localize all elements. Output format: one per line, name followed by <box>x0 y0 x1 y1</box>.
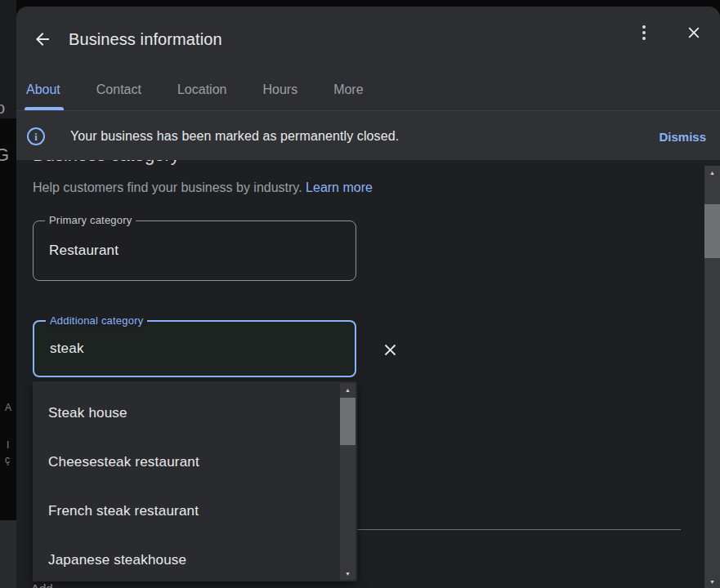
tab-location[interactable]: Location <box>176 79 229 100</box>
clipped-section-heading: Business category <box>33 160 180 165</box>
active-tab-indicator <box>25 107 64 110</box>
scrollable-content: Business category Help customers find yo… <box>16 160 720 588</box>
scroll-up-button[interactable]: ▲ <box>704 166 720 179</box>
scroll-up-icon: ▲ <box>345 387 351 393</box>
suggestion-japanese-steakhouse[interactable]: Japanese steakhouse <box>33 536 357 585</box>
permanently-closed-banner: i Your business has been marked as perma… <box>16 112 720 161</box>
info-icon: i <box>27 127 45 145</box>
scroll-up-icon: ▲ <box>709 170 715 176</box>
additional-category-input[interactable]: Additional category steak <box>33 320 356 377</box>
tab-about[interactable]: About <box>25 79 62 100</box>
content-scrollbar[interactable]: ▲ ▼ <box>704 166 720 588</box>
additional-category-label: Additional category <box>46 314 147 328</box>
dropdown-scrollbar[interactable]: ▲ ▼ <box>340 383 356 580</box>
background-text-fragment: I <box>7 439 9 451</box>
clear-input-button[interactable] <box>377 336 403 363</box>
scroll-up-button[interactable]: ▲ <box>340 383 356 396</box>
tab-hours[interactable]: Hours <box>261 79 299 100</box>
background-text-fragment: G <box>0 145 9 166</box>
suggestion-steak-house[interactable]: Steak house <box>33 389 357 438</box>
tab-bar: About Contact Location Hours More <box>16 69 365 110</box>
kebab-menu-icon <box>642 25 646 29</box>
clear-icon <box>381 341 400 359</box>
category-suggestions-dropdown: Steak house Cheesesteak restaurant Frenc… <box>33 381 357 581</box>
suggestion-french-steak[interactable]: French steak restaurant <box>33 487 357 536</box>
dialog-header: Business information About Contact Locat… <box>16 7 720 111</box>
add-category-button-partial[interactable]: Add <box>31 581 53 588</box>
back-button[interactable] <box>25 21 60 57</box>
scroll-down-icon: ▼ <box>709 579 715 585</box>
dropdown-scrollbar-thumb[interactable] <box>340 398 356 445</box>
additional-category-value: steak <box>34 341 84 357</box>
scroll-down-button[interactable]: ▼ <box>340 567 356 580</box>
tab-contact[interactable]: Contact <box>95 79 143 100</box>
page-title: Business information <box>69 29 222 49</box>
dismiss-button[interactable]: Dismiss <box>659 130 706 144</box>
background-text-fragment: A <box>5 402 11 413</box>
background-text-fragment: o <box>0 99 5 118</box>
business-information-dialog: Business information About Contact Locat… <box>16 7 720 588</box>
back-arrow-icon <box>33 29 52 49</box>
tab-more[interactable]: More <box>332 79 364 100</box>
primary-category-label: Primary category <box>45 213 136 228</box>
content-scrollbar-thumb[interactable] <box>704 204 720 258</box>
close-icon <box>685 24 703 42</box>
overflow-menu-button[interactable] <box>628 16 660 49</box>
banner-message: Your business has been marked as permane… <box>70 129 399 144</box>
primary-category-field[interactable]: Primary category Restaurant <box>33 220 356 281</box>
background-text-fragment: ç <box>5 454 10 466</box>
learn-more-link[interactable]: Learn more <box>306 180 373 194</box>
suggestion-cheesesteak[interactable]: Cheesesteak restaurant <box>33 438 357 487</box>
scroll-down-icon: ▼ <box>345 571 351 577</box>
backdrop-left-bottom <box>0 520 16 588</box>
scroll-down-button[interactable]: ▼ <box>704 575 720 588</box>
primary-category-value: Restaurant <box>34 243 119 259</box>
category-help-text: Help customers find your business by ind… <box>33 178 373 198</box>
close-dialog-button[interactable] <box>676 15 712 51</box>
